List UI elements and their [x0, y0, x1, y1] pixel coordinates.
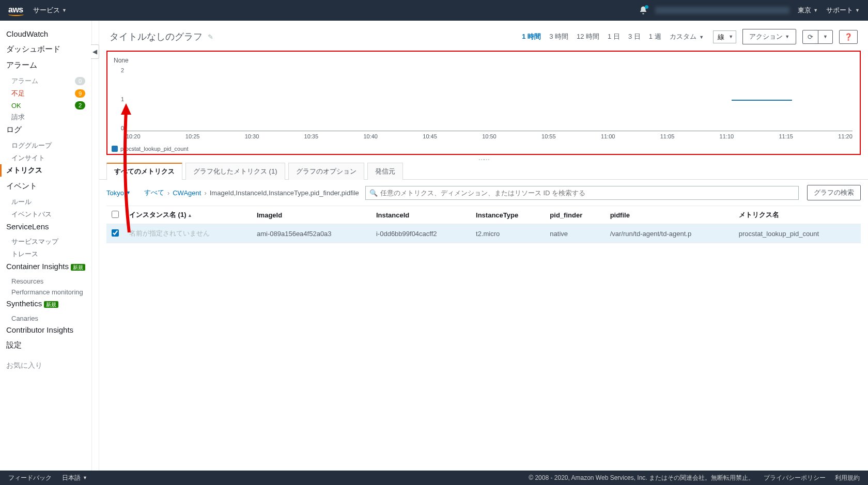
crumb-namespace[interactable]: CWAgent [173, 189, 201, 197]
sidebar-alarm[interactable]: アラーム [6, 59, 91, 72]
sidebar-event-bus[interactable]: イベントバス [6, 208, 91, 221]
col-pid-finder[interactable]: pid_finder [545, 206, 605, 224]
sidebar-log[interactable]: ログ [6, 123, 91, 136]
caret-down-icon: ▼ [855, 8, 860, 13]
chart-legend[interactable]: procstat_lookup_pid_count [112, 146, 856, 152]
sidebar-log-group[interactable]: ロググループ [6, 139, 91, 152]
sidebar-settings[interactable]: 設定 [6, 339, 91, 352]
x-tick: 10:45 [423, 133, 437, 145]
x-tick: 11:10 [720, 133, 734, 145]
tab-options[interactable]: グラフのオプション [288, 163, 364, 180]
support-menu[interactable]: サポート▼ [826, 6, 860, 15]
resize-handle[interactable] [99, 158, 868, 161]
sidebar-item-label: Container Insights [6, 262, 69, 271]
sidebar-contributor[interactable]: Contributor Insights [6, 324, 91, 336]
crumb-sep-icon: › [204, 189, 206, 197]
col-pidfile[interactable]: pidfile [605, 206, 734, 224]
sidebar-ok[interactable]: OK2 [6, 100, 91, 111]
caret-down-icon: ▼ [785, 34, 789, 39]
sidebar-metrics[interactable]: メトリクス [0, 164, 91, 177]
main-content: タイトルなしのグラフ ✎ 1 時間 3 時間 12 時間 1 日 3 日 1 週… [99, 21, 868, 471]
sidebar-collapse[interactable]: ◀ [92, 21, 99, 471]
search-input[interactable] [365, 186, 799, 200]
y-tick: 0 [114, 125, 124, 131]
region-dropdown[interactable]: Tokyo ▼ [106, 189, 131, 197]
graph-title: タイトルなしのグラフ [110, 30, 203, 43]
new-tag: 新規 [44, 301, 58, 308]
sidebar-container[interactable]: Container Insights新規 [6, 260, 91, 273]
actions-button[interactable]: アクション▼ [742, 29, 796, 44]
time-1d[interactable]: 1 日 [605, 30, 623, 43]
data-series-line [732, 100, 792, 101]
x-axis-line [126, 131, 853, 131]
refresh-button[interactable]: ⟳ [802, 30, 818, 44]
refresh-menu-button[interactable]: ▼ [818, 30, 833, 44]
sidebar-rule[interactable]: ルール [6, 196, 91, 208]
caret-down-icon: ▼ [823, 34, 828, 39]
edit-title-icon[interactable]: ✎ [208, 33, 213, 41]
tab-source[interactable]: 発信元 [367, 163, 403, 180]
col-image-id[interactable]: ImageId [252, 206, 371, 224]
x-tick: 10:20 [126, 133, 141, 145]
col-instance-id[interactable]: InstanceId [371, 206, 471, 224]
feedback-link[interactable]: フィードバック [8, 474, 52, 482]
chart-type-select[interactable]: 線 [713, 30, 736, 43]
cell-instance-name: 名前が指定されていません [124, 224, 252, 243]
chart-container: None 2 1 0 10:2010:2510:3010:3510:4010:4… [106, 51, 861, 155]
graph-search-button[interactable]: グラフの検索 [807, 185, 861, 200]
tab-all-metrics[interactable]: すべてのメトリクス [106, 163, 182, 180]
privacy-link[interactable]: プライバシーポリシー [764, 474, 826, 482]
table-row[interactable]: 名前が指定されていません ami-089a156ea4f52a0a3 i-0dd… [106, 224, 861, 243]
sidebar-resources[interactable]: Resources [6, 276, 91, 287]
time-1w[interactable]: 1 週 [646, 30, 664, 43]
time-12h[interactable]: 12 時間 [574, 30, 602, 43]
badge: 0 [75, 77, 85, 85]
tab-graphed[interactable]: グラフ化したメトリクス (1) [185, 163, 285, 180]
title-bar: タイトルなしのグラフ ✎ 1 時間 3 時間 12 時間 1 日 3 日 1 週… [99, 21, 868, 49]
help-button[interactable]: ❓ [839, 30, 858, 44]
sidebar-cloudwatch[interactable]: CloudWatch [6, 28, 91, 40]
y-tick: 2 [114, 67, 124, 73]
sidebar: CloudWatch ダッシュボード アラーム アラーム0 不足9 OK2 請求… [0, 21, 92, 471]
sidebar-servicelens[interactable]: ServiceLens [6, 221, 91, 232]
sidebar-insufficient[interactable]: 不足9 [6, 87, 91, 100]
time-1h[interactable]: 1 時間 [519, 30, 544, 43]
cell-pidfile: /var/run/td-agent/td-agent.p [605, 224, 734, 243]
sidebar-synthetics[interactable]: Synthetics新規 [6, 298, 91, 310]
col-instance-type[interactable]: InstanceType [471, 206, 545, 224]
crumb-all[interactable]: すべて [144, 188, 164, 197]
chart-plot[interactable]: 2 1 0 10:2010:2510:3010:3510:4010:4510:5… [126, 67, 853, 145]
sidebar-billing[interactable]: 請求 [6, 111, 91, 123]
sidebar-service-map[interactable]: サービスマップ [6, 236, 91, 248]
x-tick: 11:20 [838, 133, 853, 145]
metrics-table: インスタンス名 (1) ImageId InstanceId InstanceT… [106, 206, 861, 243]
time-3d[interactable]: 3 日 [625, 30, 644, 43]
row-checkbox[interactable] [112, 229, 119, 237]
legend-swatch-icon [112, 146, 118, 152]
sidebar-perf[interactable]: Performance monitoring [6, 287, 91, 298]
sidebar-alarm-sub[interactable]: アラーム0 [6, 75, 91, 87]
sidebar-dashboard[interactable]: ダッシュボード [6, 43, 91, 56]
notifications-icon[interactable] [639, 6, 648, 15]
sidebar-favorites[interactable]: お気に入り [6, 355, 91, 372]
sidebar-trace[interactable]: トレース [6, 248, 91, 260]
services-menu[interactable]: サービス▼ [33, 6, 67, 15]
sidebar-insight[interactable]: インサイト [6, 152, 91, 164]
account-menu[interactable] [655, 7, 789, 14]
sidebar-canaries[interactable]: Canaries [6, 313, 91, 324]
language-menu[interactable]: 日本語 ▼ [62, 474, 87, 482]
time-3h[interactable]: 3 時間 [546, 30, 571, 43]
badge: 2 [75, 101, 85, 109]
col-instance-name[interactable]: インスタンス名 (1) [124, 206, 252, 224]
cell-pid-finder: native [545, 224, 605, 243]
select-all-checkbox[interactable] [112, 211, 119, 218]
sidebar-event[interactable]: イベント [6, 180, 91, 193]
x-axis-labels: 10:2010:2510:3010:3510:4010:4510:5010:55… [126, 133, 853, 145]
time-custom[interactable]: カスタム ▼ [667, 30, 707, 43]
x-tick: 10:30 [245, 133, 259, 145]
col-metric[interactable]: メトリクス名 [734, 206, 861, 224]
aws-logo[interactable]: aws [8, 5, 24, 16]
region-menu[interactable]: 東京▼ [798, 6, 818, 15]
metric-search[interactable]: 🔍 [365, 186, 799, 200]
terms-link[interactable]: 利用規約 [835, 474, 860, 482]
